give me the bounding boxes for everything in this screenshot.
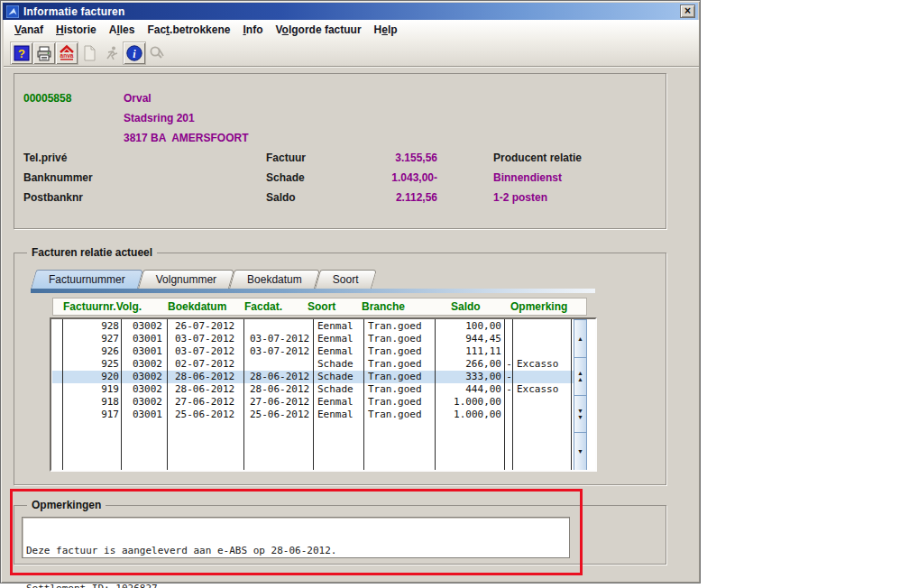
opmerkingen-group-title: Opmerkingen [27, 499, 106, 511]
column-header-facdat-: Facdat. [244, 300, 282, 313]
cell-boekdatum: 02-07-2012 [175, 359, 234, 370]
tab-boekdatum[interactable]: Boekdatum [229, 270, 315, 289]
relation-street: Stadsring 201 [124, 112, 195, 124]
column-header-branche: Branche [362, 300, 405, 313]
cell-facdat: 25-06-2012 [250, 409, 309, 420]
invoices-group-title: Facturen relatie actueel [27, 246, 157, 259]
tab-volgnummer[interactable]: Volgnummer [138, 270, 229, 289]
up-arrow-icon: ▲ [577, 335, 583, 342]
cell-soort: Eenmal [317, 409, 354, 420]
banknummer-label: Banknummer [23, 171, 93, 184]
column-line [243, 319, 244, 470]
cell-boekdatum: 28-06-2012 [175, 384, 234, 395]
cell-branche: Tran.goed [368, 359, 422, 370]
window: Informatie facturen × VanafHistorieAlles… [0, 0, 701, 583]
cell-volg: 03002 [122, 384, 162, 395]
cell-facdat: 28-06-2012 [250, 384, 309, 395]
new-document-button [78, 42, 100, 64]
opmerkingen-textbox[interactable]: Deze factuur is aangeleverd aan e-ABS op… [22, 517, 570, 558]
up-arrow-icon: ▲ [577, 370, 583, 376]
cell-volg: 03001 [122, 346, 162, 357]
cell-branche: Tran.goed [368, 409, 422, 420]
tab-underline [31, 289, 595, 293]
tab-factuurnummer[interactable]: Factuurnummer [31, 270, 138, 289]
menu-item-historie[interactable]: Historie [50, 21, 103, 39]
cell-volg: 03002 [122, 397, 162, 408]
opmerkingen-groupbox: Opmerkingen Deze factuur is aangeleverd … [14, 505, 666, 565]
column-header-boekdatum: Boekdatum [168, 300, 226, 313]
cell-nr: 925 [63, 359, 119, 370]
scroll-up-button[interactable]: ▲ [574, 319, 587, 358]
cell-saldo: 100,00 [436, 321, 501, 332]
invoice-table: 9280300226-07-2012EenmalTran.goed100,009… [50, 317, 597, 472]
relation-city: 3817 BA AMERSFOORT [124, 132, 248, 144]
cell-soort: Schade [317, 384, 354, 395]
menu-item-volgorde-factuur[interactable]: Volgorde factuur [269, 21, 367, 39]
window-content: 00005858 Orval Stadsring 201 3817 BA AME… [4, 67, 699, 582]
close-button[interactable]: × [680, 5, 695, 18]
cell-saldo: 944,45 [436, 334, 501, 345]
column-line [121, 319, 122, 470]
anva-button[interactable]: anva [56, 42, 78, 64]
cell-branche: Tran.goed [368, 384, 422, 395]
search-edit-button [146, 42, 168, 64]
menu-item-help[interactable]: Help [368, 21, 404, 39]
column-line [167, 319, 168, 470]
scroll-page-up-button[interactable]: ▲▲ [574, 358, 587, 396]
column-line [435, 319, 436, 470]
column-header-soort: Soort [308, 300, 335, 313]
column-header-factuurnr-volg-: Factuurnr.Volg. [63, 300, 142, 313]
column-header-saldo: Saldo [451, 300, 481, 313]
svg-text:?: ? [18, 47, 25, 60]
schade-label: Schade [266, 171, 305, 184]
menu-item-fact-betrokkene[interactable]: Fact.betrokkene [141, 21, 236, 39]
cell-boekdatum: 27-06-2012 [175, 397, 234, 408]
cell-nr: 927 [63, 334, 119, 345]
cell-saldo: 1.000,00 [436, 409, 501, 420]
tel-prive-label: Tel.privé [23, 152, 67, 164]
app-icon [6, 5, 19, 18]
relation-panel: 00005858 Orval Stadsring 201 3817 BA AME… [14, 73, 666, 229]
factuur-label: Factuur [266, 152, 306, 164]
cell-boekdatum: 03-07-2012 [175, 334, 234, 345]
cell-branche: Tran.goed [368, 372, 422, 382]
cell-saldo: 266,00 [436, 359, 501, 370]
title-bar[interactable]: Informatie facturen × [3, 3, 698, 20]
cell-soort: Eenmal [317, 334, 354, 345]
run-button [101, 42, 123, 64]
cell-saldo: 1.000,00 [436, 397, 501, 408]
cell-saldo: 111,11 [436, 346, 501, 357]
print-icon [35, 44, 53, 62]
scroll-page-down-button[interactable]: ▼▼ [574, 396, 587, 434]
info-button[interactable]: i [124, 42, 145, 64]
relation-name: Orval [124, 92, 152, 105]
help-button[interactable]: ? [11, 42, 32, 64]
menu-item-info[interactable]: Info [236, 21, 269, 39]
cell-volg: 03001 [122, 409, 162, 420]
saldo-label: Saldo [266, 191, 296, 204]
opmerkingen-line: Settlement-ID: 1026827 [26, 583, 565, 588]
toolbar: ?anvai [4, 40, 699, 67]
menu-item-alles[interactable]: Alles [103, 21, 142, 39]
cell-branche: Tran.goed [368, 334, 422, 345]
menu-item-vanaf[interactable]: Vanaf [8, 21, 50, 39]
tab-soort[interactable]: Soort [315, 270, 372, 289]
invoices-groupbox: Facturen relatie actueel FactuurnummerVo… [14, 253, 666, 485]
cell-saldo: 333,00 [436, 372, 501, 382]
print-button[interactable] [33, 42, 55, 64]
down-arrow-icon: ▼ [577, 414, 583, 420]
cell-nr: 919 [63, 384, 119, 395]
window-title: Informatie facturen [23, 5, 125, 18]
cell-nr: 918 [63, 397, 119, 408]
cell-volg: 03002 [122, 359, 162, 370]
cell-soort: Schade [317, 372, 354, 382]
help-icon: ? [13, 44, 31, 62]
new-document-icon [80, 44, 98, 62]
cell-soort: Eenmal [317, 321, 354, 332]
binnendienst-value: Binnendienst [493, 171, 562, 184]
column-line [571, 319, 572, 470]
cell-branche: Tran.goed [368, 321, 422, 332]
cell-boekdatum: 28-06-2012 [175, 372, 234, 382]
invoice-tabs: FactuurnummerVolgnummerBoekdatumSoort [31, 270, 371, 289]
scroll-down-button[interactable]: ▼ [574, 433, 587, 471]
